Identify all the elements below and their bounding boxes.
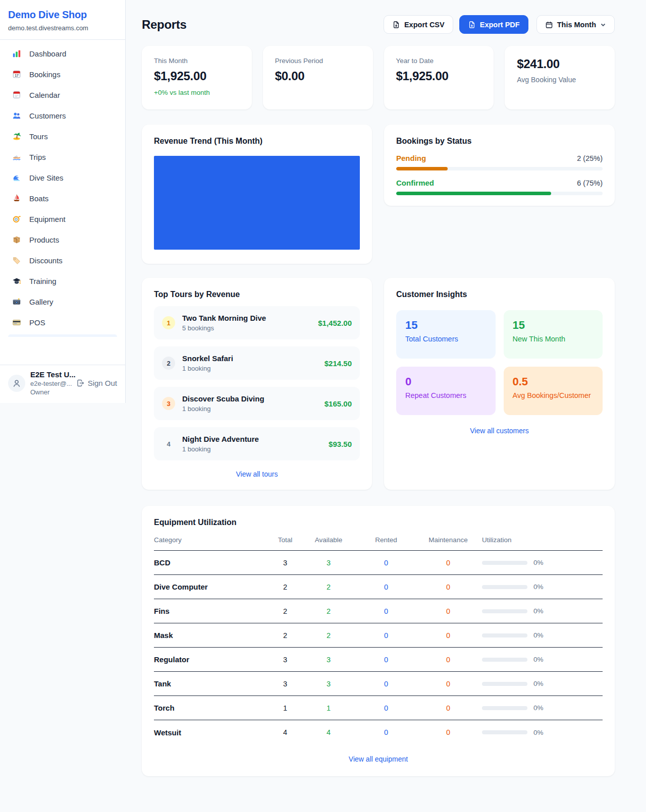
cell-maintenance: 0 bbox=[414, 704, 482, 712]
cell-maintenance: 0 bbox=[414, 583, 482, 591]
sidebar-item-dive-sites[interactable]: Dive Sites bbox=[4, 169, 121, 186]
utilization-bar bbox=[482, 633, 527, 637]
tile-label: New This Month bbox=[513, 335, 594, 343]
calendar-icon bbox=[545, 21, 553, 29]
sidebar-item-calendar[interactable]: Calendar bbox=[4, 86, 121, 103]
sidebar-item-bookings[interactable]: 17 Bookings bbox=[4, 66, 121, 83]
cell-utilization: 0% bbox=[482, 583, 603, 591]
view-all-equipment-link[interactable]: View all equipment bbox=[154, 755, 603, 763]
revenue-trend-title: Revenue Trend (This Month) bbox=[154, 137, 360, 146]
svg-text:17: 17 bbox=[15, 74, 19, 77]
customer-insights-title: Customer Insights bbox=[396, 290, 603, 299]
utilization-percent: 0% bbox=[533, 680, 544, 687]
export-pdf-button[interactable]: Export PDF bbox=[459, 15, 528, 34]
cell-maintenance: 0 bbox=[414, 656, 482, 664]
stat-value: $1,925.00 bbox=[154, 69, 240, 83]
rank-badge: 1 bbox=[162, 316, 175, 329]
table-body: BCD33000%Dive Computer22000%Fins22000%Ma… bbox=[154, 551, 603, 744]
stat-label: Previous Period bbox=[275, 57, 361, 65]
sidebar-item-boats[interactable]: Boats bbox=[4, 190, 121, 207]
page-title: Reports bbox=[142, 18, 187, 32]
revenue-trend-card: Revenue Trend (This Month) bbox=[142, 125, 372, 264]
sidebar-item-gallery[interactable]: Gallery bbox=[4, 293, 121, 310]
table-row: Mask22000% bbox=[154, 623, 603, 648]
sidebar-item-trips[interactable]: Trips bbox=[4, 148, 121, 165]
bookings-by-status-card: Bookings by Status Pending 2 (25%) Confi… bbox=[384, 125, 615, 206]
cell-total: 2 bbox=[271, 607, 299, 615]
sailboat-icon bbox=[12, 194, 21, 203]
sidebar-item-tours[interactable]: Tours bbox=[4, 128, 121, 145]
utilization-bar bbox=[482, 706, 527, 710]
sidebar-item-label: Customers bbox=[29, 111, 66, 120]
tile-label: Total Customers bbox=[405, 335, 487, 343]
sidebar-item-reports-partial[interactable] bbox=[8, 334, 117, 337]
shop-subdomain: demo.test.divestreams.com bbox=[8, 24, 117, 32]
stat-label: This Month bbox=[154, 57, 240, 65]
person-icon bbox=[12, 378, 22, 388]
shop-name: Demo Dive Shop bbox=[8, 9, 117, 21]
period-selector[interactable]: This Month bbox=[536, 15, 615, 34]
tour-bookings: 1 booking bbox=[182, 445, 259, 453]
sidebar-item-products[interactable]: Products bbox=[4, 231, 121, 248]
user-email: e2e-tester@... bbox=[30, 380, 76, 387]
cell-rented: 0 bbox=[358, 583, 414, 591]
cell-maintenance: 0 bbox=[414, 559, 482, 567]
customer-insights-card: Customer Insights 15 Total Customers 15 … bbox=[384, 278, 615, 490]
rank-badge: 3 bbox=[162, 397, 175, 410]
cell-total: 3 bbox=[271, 656, 299, 664]
sidebar-item-label: Products bbox=[29, 236, 59, 244]
status-bar-fill bbox=[396, 192, 551, 195]
stat-label: Year to Date bbox=[396, 57, 482, 65]
sidebar-item-discounts[interactable]: Discounts bbox=[4, 252, 121, 269]
utilization-bar bbox=[482, 561, 527, 565]
speedboat-icon bbox=[12, 152, 21, 161]
tile-label: Avg Bookings/Customer bbox=[513, 391, 594, 399]
tour-bookings: 1 booking bbox=[182, 365, 233, 372]
utilization-percent: 0% bbox=[533, 729, 544, 736]
sidebar-item-pos[interactable]: POS bbox=[4, 314, 121, 331]
cell-available: 3 bbox=[299, 559, 358, 567]
utilization-percent: 0% bbox=[533, 607, 544, 615]
utilization-bar bbox=[482, 585, 527, 589]
cell-utilization: 0% bbox=[482, 680, 603, 687]
cell-category: Fins bbox=[154, 607, 271, 615]
view-all-customers-link[interactable]: View all customers bbox=[396, 427, 603, 435]
cell-category: BCD bbox=[154, 558, 271, 567]
list-item: 1 Two Tank Morning Dive 5 bookings $1,45… bbox=[154, 306, 360, 339]
wave-icon bbox=[12, 173, 21, 182]
stats-row: This Month $1,925.00 +0% vs last month P… bbox=[142, 46, 615, 109]
tour-name: Night Dive Adventure bbox=[182, 435, 259, 443]
export-csv-button[interactable]: Export CSV bbox=[384, 15, 453, 34]
sign-out-button[interactable]: Sign Out bbox=[76, 379, 117, 387]
view-all-tours-link[interactable]: View all tours bbox=[154, 470, 360, 478]
cell-total: 3 bbox=[271, 680, 299, 688]
cell-utilization: 0% bbox=[482, 656, 603, 663]
sidebar-item-label: Discounts bbox=[29, 256, 63, 265]
cell-available: 1 bbox=[299, 704, 358, 712]
credit-card-icon bbox=[12, 318, 21, 327]
cell-rented: 0 bbox=[358, 631, 414, 640]
column-header: Total bbox=[271, 536, 299, 544]
stat-card-year-to-date: Year to Date $1,925.00 bbox=[384, 46, 494, 109]
sidebar-item-dashboard[interactable]: Dashboard bbox=[4, 45, 121, 62]
column-header: Category bbox=[154, 536, 271, 544]
sidebar-item-label: POS bbox=[29, 318, 45, 327]
sidebar-item-label: Bookings bbox=[29, 70, 61, 79]
cell-total: 4 bbox=[271, 728, 299, 736]
cell-maintenance: 0 bbox=[414, 631, 482, 640]
sidebar-item-customers[interactable]: Customers bbox=[4, 107, 121, 124]
sign-out-icon bbox=[76, 379, 85, 387]
cell-total: 2 bbox=[271, 631, 299, 640]
stat-card-this-month: This Month $1,925.00 +0% vs last month bbox=[142, 46, 252, 109]
status-bar-fill bbox=[396, 167, 448, 170]
tour-name: Snorkel Safari bbox=[182, 354, 233, 363]
tour-amount: $93.50 bbox=[329, 440, 352, 448]
cell-rented: 0 bbox=[358, 704, 414, 712]
tile-value: 0.5 bbox=[513, 375, 594, 388]
status-label: Pending bbox=[396, 154, 426, 162]
sidebar-item-training[interactable]: Training bbox=[4, 272, 121, 289]
stat-value: $241.00 bbox=[517, 57, 603, 71]
cell-total: 2 bbox=[271, 583, 299, 591]
sidebar-item-equipment[interactable]: Equipment bbox=[4, 210, 121, 227]
sidebar-item-label: Dashboard bbox=[29, 49, 66, 58]
